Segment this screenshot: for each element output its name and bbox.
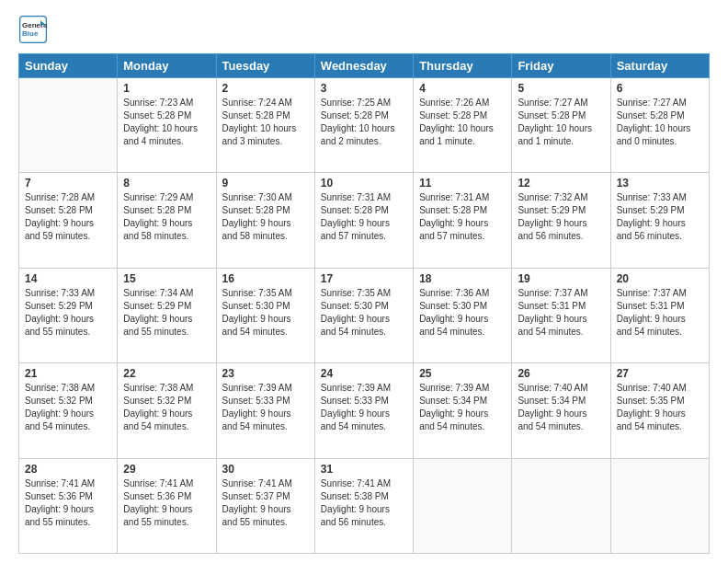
calendar-cell: 1Sunrise: 7:23 AM Sunset: 5:28 PM Daylig… <box>118 78 216 173</box>
calendar-cell: 26Sunrise: 7:40 AM Sunset: 5:34 PM Dayli… <box>512 363 610 458</box>
day-info: Sunrise: 7:31 AM Sunset: 5:28 PM Dayligh… <box>419 191 506 243</box>
calendar-cell <box>19 78 118 173</box>
day-number: 4 <box>419 82 506 95</box>
calendar-cell: 9Sunrise: 7:30 AM Sunset: 5:28 PM Daylig… <box>216 173 314 268</box>
day-number: 22 <box>123 367 210 380</box>
calendar-cell: 23Sunrise: 7:39 AM Sunset: 5:33 PM Dayli… <box>216 363 314 458</box>
day-info: Sunrise: 7:25 AM Sunset: 5:28 PM Dayligh… <box>321 97 407 148</box>
calendar-cell: 15Sunrise: 7:34 AM Sunset: 5:29 PM Dayli… <box>118 268 216 362</box>
svg-text:Blue: Blue <box>22 29 39 38</box>
week-row-1: 1Sunrise: 7:23 AM Sunset: 5:28 PM Daylig… <box>19 78 710 173</box>
day-number: 5 <box>518 82 604 95</box>
weekday-header-tuesday: Tuesday <box>216 54 314 78</box>
calendar-cell: 18Sunrise: 7:36 AM Sunset: 5:30 PM Dayli… <box>414 268 512 362</box>
page: General Blue SundayMondayTuesdayWednesda… <box>0 0 728 563</box>
calendar-cell: 27Sunrise: 7:40 AM Sunset: 5:35 PM Dayli… <box>610 363 709 458</box>
day-number: 25 <box>419 367 506 380</box>
calendar-cell: 4Sunrise: 7:26 AM Sunset: 5:28 PM Daylig… <box>414 78 512 173</box>
day-info: Sunrise: 7:27 AM Sunset: 5:28 PM Dayligh… <box>518 97 604 148</box>
day-info: Sunrise: 7:40 AM Sunset: 5:34 PM Dayligh… <box>518 382 604 433</box>
day-number: 31 <box>321 463 407 476</box>
week-row-3: 14Sunrise: 7:33 AM Sunset: 5:29 PM Dayli… <box>19 268 710 362</box>
calendar-header: SundayMondayTuesdayWednesdayThursdayFrid… <box>19 54 710 78</box>
day-info: Sunrise: 7:41 AM Sunset: 5:36 PM Dayligh… <box>123 477 210 529</box>
calendar-cell: 14Sunrise: 7:33 AM Sunset: 5:29 PM Dayli… <box>19 268 118 362</box>
calendar-cell: 31Sunrise: 7:41 AM Sunset: 5:38 PM Dayli… <box>314 458 413 553</box>
day-number: 10 <box>321 177 407 190</box>
day-info: Sunrise: 7:29 AM Sunset: 5:28 PM Dayligh… <box>123 191 210 243</box>
day-info: Sunrise: 7:35 AM Sunset: 5:30 PM Dayligh… <box>222 287 309 339</box>
day-number: 6 <box>617 82 703 95</box>
calendar-cell: 12Sunrise: 7:32 AM Sunset: 5:29 PM Dayli… <box>512 173 610 268</box>
day-number: 26 <box>518 367 604 380</box>
day-number: 28 <box>25 463 111 476</box>
day-number: 24 <box>321 367 407 380</box>
day-number: 27 <box>617 367 703 380</box>
day-number: 12 <box>518 177 604 190</box>
weekday-header-sunday: Sunday <box>19 54 118 78</box>
calendar-cell <box>512 458 610 553</box>
day-info: Sunrise: 7:39 AM Sunset: 5:34 PM Dayligh… <box>419 382 506 433</box>
day-info: Sunrise: 7:31 AM Sunset: 5:28 PM Dayligh… <box>321 191 407 243</box>
day-info: Sunrise: 7:39 AM Sunset: 5:33 PM Dayligh… <box>222 382 309 433</box>
calendar-cell: 30Sunrise: 7:41 AM Sunset: 5:37 PM Dayli… <box>216 458 314 553</box>
calendar-body: 1Sunrise: 7:23 AM Sunset: 5:28 PM Daylig… <box>19 78 710 554</box>
calendar-cell: 13Sunrise: 7:33 AM Sunset: 5:29 PM Dayli… <box>610 173 709 268</box>
day-number: 1 <box>123 82 210 95</box>
day-info: Sunrise: 7:33 AM Sunset: 5:29 PM Dayligh… <box>25 287 111 339</box>
day-number: 17 <box>321 272 407 285</box>
calendar-cell: 22Sunrise: 7:38 AM Sunset: 5:32 PM Dayli… <box>118 363 216 458</box>
day-info: Sunrise: 7:39 AM Sunset: 5:33 PM Dayligh… <box>321 382 407 433</box>
calendar-cell: 17Sunrise: 7:35 AM Sunset: 5:30 PM Dayli… <box>314 268 413 362</box>
day-number: 29 <box>123 463 210 476</box>
day-info: Sunrise: 7:41 AM Sunset: 5:36 PM Dayligh… <box>25 477 111 529</box>
calendar-cell: 2Sunrise: 7:24 AM Sunset: 5:28 PM Daylig… <box>216 78 314 173</box>
day-number: 15 <box>123 272 210 285</box>
day-info: Sunrise: 7:26 AM Sunset: 5:28 PM Dayligh… <box>419 97 506 148</box>
calendar-cell: 11Sunrise: 7:31 AM Sunset: 5:28 PM Dayli… <box>414 173 512 268</box>
calendar-cell: 3Sunrise: 7:25 AM Sunset: 5:28 PM Daylig… <box>314 78 413 173</box>
weekday-header-monday: Monday <box>118 54 216 78</box>
day-info: Sunrise: 7:36 AM Sunset: 5:30 PM Dayligh… <box>419 287 506 339</box>
calendar-cell: 25Sunrise: 7:39 AM Sunset: 5:34 PM Dayli… <box>414 363 512 458</box>
day-number: 2 <box>222 82 309 95</box>
day-info: Sunrise: 7:34 AM Sunset: 5:29 PM Dayligh… <box>123 287 210 339</box>
calendar-cell: 16Sunrise: 7:35 AM Sunset: 5:30 PM Dayli… <box>216 268 314 362</box>
day-number: 19 <box>518 272 604 285</box>
day-number: 3 <box>321 82 407 95</box>
week-row-2: 7Sunrise: 7:28 AM Sunset: 5:28 PM Daylig… <box>19 173 710 268</box>
calendar-cell <box>414 458 512 553</box>
calendar-cell: 10Sunrise: 7:31 AM Sunset: 5:28 PM Dayli… <box>314 173 413 268</box>
day-number: 18 <box>419 272 506 285</box>
calendar-cell: 20Sunrise: 7:37 AM Sunset: 5:31 PM Dayli… <box>610 268 709 362</box>
day-info: Sunrise: 7:37 AM Sunset: 5:31 PM Dayligh… <box>617 287 703 339</box>
day-info: Sunrise: 7:30 AM Sunset: 5:28 PM Dayligh… <box>222 191 309 243</box>
logo: General Blue <box>18 15 48 44</box>
logo-icon: General Blue <box>18 15 48 44</box>
calendar-cell: 5Sunrise: 7:27 AM Sunset: 5:28 PM Daylig… <box>512 78 610 173</box>
day-info: Sunrise: 7:28 AM Sunset: 5:28 PM Dayligh… <box>25 191 111 243</box>
day-number: 16 <box>222 272 309 285</box>
calendar-cell: 19Sunrise: 7:37 AM Sunset: 5:31 PM Dayli… <box>512 268 610 362</box>
weekday-header-saturday: Saturday <box>610 54 709 78</box>
weekday-header-friday: Friday <box>512 54 610 78</box>
day-number: 8 <box>123 177 210 190</box>
day-info: Sunrise: 7:24 AM Sunset: 5:28 PM Dayligh… <box>222 97 309 148</box>
day-info: Sunrise: 7:41 AM Sunset: 5:37 PM Dayligh… <box>222 477 309 529</box>
day-info: Sunrise: 7:38 AM Sunset: 5:32 PM Dayligh… <box>25 382 111 433</box>
week-row-5: 28Sunrise: 7:41 AM Sunset: 5:36 PM Dayli… <box>19 458 710 553</box>
calendar-cell: 6Sunrise: 7:27 AM Sunset: 5:28 PM Daylig… <box>610 78 709 173</box>
weekday-header-row: SundayMondayTuesdayWednesdayThursdayFrid… <box>19 54 710 78</box>
day-info: Sunrise: 7:33 AM Sunset: 5:29 PM Dayligh… <box>617 191 703 243</box>
calendar-cell: 21Sunrise: 7:38 AM Sunset: 5:32 PM Dayli… <box>19 363 118 458</box>
day-info: Sunrise: 7:23 AM Sunset: 5:28 PM Dayligh… <box>123 97 210 148</box>
day-number: 20 <box>617 272 703 285</box>
day-number: 9 <box>222 177 309 190</box>
calendar-cell: 28Sunrise: 7:41 AM Sunset: 5:36 PM Dayli… <box>19 458 118 553</box>
calendar-cell: 7Sunrise: 7:28 AM Sunset: 5:28 PM Daylig… <box>19 173 118 268</box>
header: General Blue <box>18 15 710 44</box>
day-info: Sunrise: 7:35 AM Sunset: 5:30 PM Dayligh… <box>321 287 407 339</box>
day-info: Sunrise: 7:27 AM Sunset: 5:28 PM Dayligh… <box>617 97 703 148</box>
calendar-cell: 24Sunrise: 7:39 AM Sunset: 5:33 PM Dayli… <box>314 363 413 458</box>
weekday-header-wednesday: Wednesday <box>314 54 413 78</box>
